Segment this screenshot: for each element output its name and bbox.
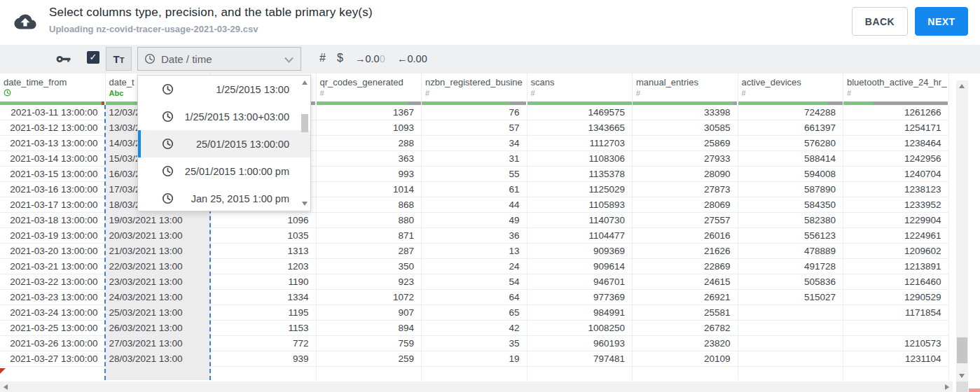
boolean-type-checkbox[interactable]: ✓ <box>87 51 99 64</box>
dropdown-scroll-up-arrow[interactable] <box>302 80 308 85</box>
table-cell: 1238123 <box>843 182 949 197</box>
table-cell: 1210573 <box>843 336 949 351</box>
table-cell: 1171854 <box>843 305 949 321</box>
datetime-select-value: Date / time <box>161 53 212 65</box>
text-type-button[interactable]: Tt <box>106 47 132 71</box>
increase-decimal-button[interactable]: →0.00 <box>355 53 385 64</box>
table-cell: 20109 <box>633 351 738 367</box>
column-header-bluetooth_active_24_hr_[interactable]: bluetooth_active_24_hr_# <box>843 74 949 102</box>
table-cell: 2021-03-16 13:00:00 <box>0 182 106 197</box>
column-header-manual_entries[interactable]: manual_entries# <box>633 74 738 102</box>
table-cell: 880 <box>317 213 422 228</box>
table-row: 2021-03-22 13:00:0023/03/2021 13:0011909… <box>0 274 949 290</box>
clock-icon <box>162 111 174 122</box>
decrease-decimal-button[interactable]: ←0.00 <box>397 53 427 64</box>
dropdown-option-label: 1/25/2015 13:00+03:00 <box>174 111 289 122</box>
table-cell <box>633 367 738 380</box>
table-row: 2021-03-27 13:00:0028/03/2021 13:0093925… <box>0 351 949 367</box>
table-cell: 923 <box>317 274 422 290</box>
corner-indicator <box>969 388 980 392</box>
column-name: manual_entries <box>636 77 735 88</box>
table-cell: 2021-03-14 13:00:00 <box>0 151 106 167</box>
back-button[interactable]: BACK <box>852 7 908 36</box>
scroll-down-arrow[interactable] <box>959 374 965 378</box>
table-cell: 2021-03-24 13:00:00 <box>0 305 106 321</box>
table-cell: 23820 <box>633 336 738 351</box>
table-cell <box>843 321 949 336</box>
table-cell: 28090 <box>633 167 738 182</box>
table-cell: 2021-03-15 13:00:00 <box>0 167 106 182</box>
table-cell: 960193 <box>527 336 633 351</box>
table-cell: 27557 <box>633 213 738 228</box>
table-cell: 1135378 <box>527 167 633 182</box>
table-cell: 1224961 <box>843 228 949 244</box>
datetime-format-dropdown: 1/25/2015 13:001/25/2015 13:00+03:0025/0… <box>137 75 311 211</box>
clock-icon <box>162 192 174 204</box>
table-cell: 1195 <box>211 305 317 321</box>
scroll-right-arrow[interactable] <box>945 384 949 390</box>
dropdown-scroll-down-arrow[interactable] <box>302 202 308 206</box>
table-cell <box>738 351 844 367</box>
column-header-date_time_from[interactable]: date_time_from <box>0 74 106 102</box>
table-cell <box>211 367 317 380</box>
table-cell: 584350 <box>738 197 844 213</box>
dropdown-option[interactable]: 25/01/2015 1:00:00 pm <box>138 158 310 185</box>
table-cell <box>738 336 844 351</box>
chevron-down-icon <box>284 57 294 63</box>
scroll-left-arrow[interactable] <box>4 384 8 390</box>
table-cell: 24/03/2021 13:00 <box>106 290 212 305</box>
table-cell: 1105893 <box>527 197 633 213</box>
vertical-scrollbar-thumb[interactable] <box>957 337 967 363</box>
dropdown-option[interactable]: Jan 25, 2015 1:00 pm <box>138 185 310 212</box>
table-cell: 1104477 <box>527 228 633 244</box>
number-type-button[interactable]: # <box>319 52 326 64</box>
table-cell: 2021-03-20 13:00:00 <box>0 244 106 259</box>
table-cell: 1153 <box>211 321 317 336</box>
table-cell: 23/03/2021 13:00 <box>106 274 212 290</box>
table-cell: 2021-03-25 13:00:00 <box>0 321 106 336</box>
table-cell: 27873 <box>633 182 738 197</box>
table-cell: 26782 <box>633 321 738 336</box>
table-cell: 871 <box>317 228 422 244</box>
column-header-active_devices[interactable]: active_devices# <box>738 74 844 102</box>
table-cell <box>317 367 422 380</box>
column-header-nzbn_registered_busine[interactable]: nzbn_registered_busine# <box>422 74 527 102</box>
column-name: active_devices <box>742 77 841 88</box>
vertical-scrollbar[interactable] <box>956 80 968 382</box>
dropdown-option[interactable]: 25/01/2015 13:00:00 <box>138 130 310 158</box>
column-name: date_time_from <box>4 77 102 88</box>
table-cell: 21626 <box>633 244 738 259</box>
table-cell: 28069 <box>633 197 738 213</box>
next-button[interactable]: NEXT <box>915 7 968 36</box>
table-cell: 907 <box>317 305 422 321</box>
table-cell: 1093 <box>317 120 422 136</box>
primary-key-icon[interactable] <box>56 54 71 64</box>
table-cell: 76 <box>422 105 527 120</box>
table-cell: 1334 <box>211 290 317 305</box>
column-header-scans[interactable]: scans# <box>527 74 633 102</box>
table-cell: 1108306 <box>527 151 633 167</box>
table-cell: 946701 <box>527 274 633 290</box>
table-cell: 1209602 <box>843 244 949 259</box>
table-cell: 505836 <box>738 274 844 290</box>
dropdown-scrollbar[interactable] <box>300 76 310 210</box>
table-cell: 27/03/2021 13:00 <box>106 336 212 351</box>
horizontal-scrollbar[interactable] <box>0 382 953 392</box>
datetime-format-select[interactable]: Date / time <box>137 47 301 71</box>
table-cell: 491728 <box>738 259 844 274</box>
dropdown-option[interactable]: 1/25/2015 13:00 <box>138 76 310 103</box>
table-cell: 1125029 <box>527 182 633 197</box>
table-cell: 984991 <box>527 305 633 321</box>
table-row: 2021-03-21 13:00:0022/03/2021 13:0012033… <box>0 259 949 274</box>
table-cell: 2021-03-11 13:00:00 <box>0 105 106 120</box>
table-cell: 1343665 <box>527 120 633 136</box>
table-cell: 2021-03-26 13:00:00 <box>0 336 106 351</box>
currency-type-button[interactable]: $ <box>337 52 343 64</box>
table-cell: 49 <box>422 213 527 228</box>
table-cell: 25/03/2021 13:00 <box>106 305 212 321</box>
dropdown-option[interactable]: 1/25/2015 13:00+03:00 <box>138 103 310 130</box>
column-header-qr_codes_generated[interactable]: qr_codes_generated# <box>317 74 422 102</box>
scroll-up-arrow[interactable] <box>959 84 965 88</box>
table-cell: 909614 <box>527 259 633 274</box>
dropdown-scrollbar-thumb[interactable] <box>301 114 308 132</box>
